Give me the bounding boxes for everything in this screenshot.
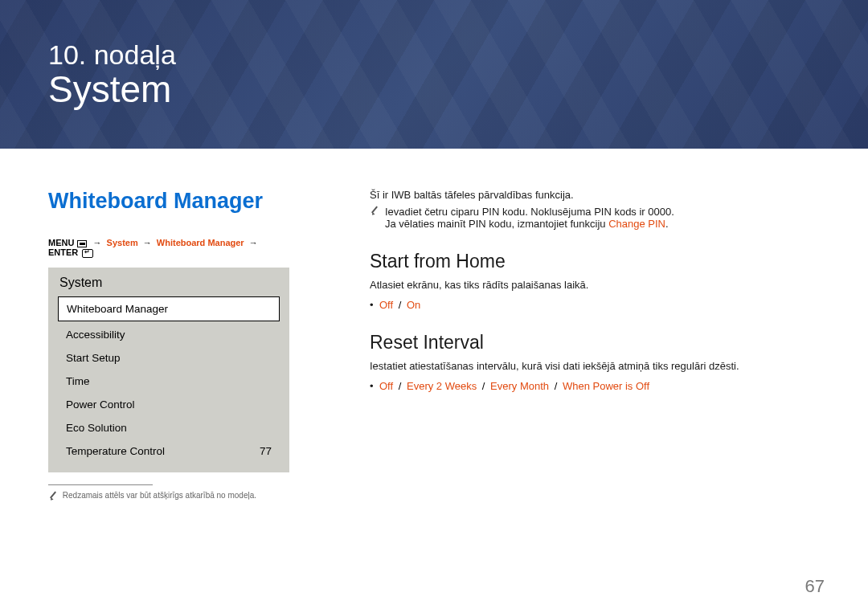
menu-item-label: Time <box>66 375 90 387</box>
option-value: On <box>407 299 420 311</box>
menu-item-label: Power Control <box>66 398 135 411</box>
pen-icon <box>48 491 57 500</box>
chapter-header: 10. nodaļa System <box>0 0 868 149</box>
menu-item-label: Start Setup <box>66 352 121 364</box>
menu-grid-icon <box>77 240 87 247</box>
option-value: Off <box>379 380 393 392</box>
option-value: Every 2 Weeks <box>407 380 477 392</box>
breadcrumb: MENU → System → Whiteboard Manager → ENT… <box>48 238 289 258</box>
breadcrumb-menu-label: MENU <box>48 238 74 247</box>
chapter-title: System <box>48 70 820 108</box>
intro-text: Šī ir IWB baltās tāfeles pārvaldības fun… <box>370 189 820 201</box>
note-line-2: Ja vēlaties mainīt PIN kodu, izmantojiet… <box>385 218 820 230</box>
menu-item-start-setup[interactable]: Start Setup <box>58 346 280 370</box>
subsection-desc: Atlasiet ekrānu, kas tiks rādīts palaiša… <box>370 279 820 291</box>
menu-item-label: Temperature Control <box>66 445 165 457</box>
change-pin-label: Change PIN <box>608 218 665 230</box>
footnote: Redzamais attēls var būt atšķirīgs atkar… <box>48 490 289 501</box>
menu-item-accessibility[interactable]: Accessibility <box>58 323 280 346</box>
note-row: Ievadiet četru ciparu PIN kodu. Noklusēj… <box>370 206 820 230</box>
subsection-start-from-home: Start from Home <box>370 251 820 272</box>
page-number: 67 <box>805 576 825 597</box>
menu-panel: System Whiteboard Manager Accessibility … <box>48 268 289 472</box>
options-line: Off / On <box>370 299 820 311</box>
menu-item-eco-solution[interactable]: Eco Solution <box>58 416 280 439</box>
menu-item-label: Whiteboard Manager <box>67 303 168 315</box>
breadcrumb-seg-system: System <box>107 238 138 247</box>
menu-item-temperature-control[interactable]: Temperature Control 77 <box>58 439 280 463</box>
subsection-reset-interval: Reset Interval <box>370 332 820 353</box>
option-value: Every Month <box>490 380 549 392</box>
footnote-text: Redzamais attēls var būt atšķirīgs atkar… <box>63 491 256 500</box>
divider <box>48 484 153 485</box>
menu-header: System <box>58 276 280 290</box>
menu-item-whiteboard-manager[interactable]: Whiteboard Manager <box>58 296 280 321</box>
subsection-desc: Iestatiet atiestatīšanas intervālu, kurā… <box>370 360 820 372</box>
chapter-number: 10. nodaļa <box>48 40 820 70</box>
menu-item-time[interactable]: Time <box>58 370 280 393</box>
note-line-1: Ievadiet četru ciparu PIN kodu. Noklusēj… <box>385 206 820 218</box>
menu-item-power-control[interactable]: Power Control <box>58 393 280 416</box>
breadcrumb-seg-whiteboard: Whiteboard Manager <box>157 238 244 247</box>
options-line: Off / Every 2 Weeks / Every Month / When… <box>370 380 820 392</box>
pen-icon <box>370 206 379 215</box>
option-value: Off <box>379 299 393 311</box>
option-value: When Power is Off <box>563 380 649 392</box>
menu-item-label: Accessibility <box>66 329 125 341</box>
section-title: Whiteboard Manager <box>48 189 289 214</box>
enter-key-icon <box>82 249 93 258</box>
menu-item-value: 77 <box>260 445 272 457</box>
breadcrumb-enter-label: ENTER <box>48 247 78 257</box>
menu-item-label: Eco Solution <box>66 422 127 434</box>
